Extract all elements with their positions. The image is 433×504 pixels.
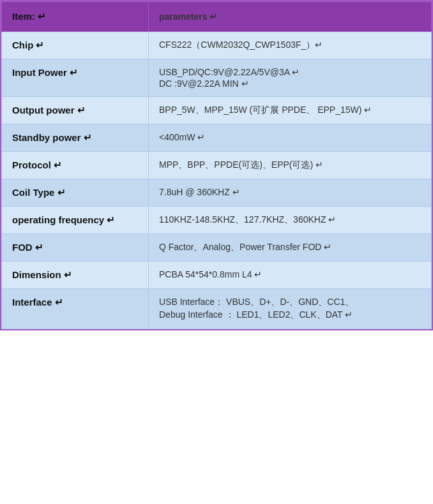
param-line: USB Interface： VBUS、D+、D-、GND、CC1、 [159, 297, 421, 308]
item-cell: Standby power ↵ [2, 124, 149, 152]
param-line: USB_PD/QC:9V@2.22A/5V@3A ↵ [159, 67, 421, 77]
item-cell: Interface ↵ [2, 289, 149, 329]
table-row: Coil Type ↵7.8uH @ 360KHZ ↵ [2, 179, 432, 207]
param-line: Q Factor、Analog、Power Transfer FOD ↵ [159, 242, 421, 253]
param-line: BPP_5W、MPP_15W (可扩展 PPDE、 EPP_15W) ↵ [159, 105, 421, 116]
spec-table: Item: ↵ parameters ↵ Chip ↵CFS222（CWM203… [0, 0, 433, 330]
table-row: Standby power ↵<400mW ↵ [2, 124, 432, 152]
param-cell: 110KHZ-148.5KHZ、127.7KHZ、360KHZ ↵ [149, 207, 432, 234]
item-cell: Coil Type ↵ [2, 179, 149, 207]
param-cell: Q Factor、Analog、Power Transfer FOD ↵ [149, 234, 432, 262]
header-parameters: parameters ↵ [149, 2, 432, 32]
param-cell: CFS222（CWM2032Q_CWP1503F_）↵ [149, 32, 432, 59]
param-cell: <400mW ↵ [149, 124, 432, 152]
param-cell: MPP、BPP、PPDE(可选)、EPP(可选) ↵ [149, 152, 432, 179]
param-cell: BPP_5W、MPP_15W (可扩展 PPDE、 EPP_15W) ↵ [149, 97, 432, 124]
item-cell: Output power ↵ [2, 97, 149, 124]
table-row: operating frequency ↵110KHZ-148.5KHZ、127… [2, 207, 432, 234]
table-row: Chip ↵CFS222（CWM2032Q_CWP1503F_）↵ [2, 32, 432, 59]
param-line: Debug Interface ： LED1、LED2、CLK、DAT ↵ [159, 309, 421, 321]
table-row: Output power ↵BPP_5W、MPP_15W (可扩展 PPDE、 … [2, 97, 432, 124]
item-cell: FOD ↵ [2, 234, 149, 262]
item-cell: Protocol ↵ [2, 152, 149, 179]
param-line: MPP、BPP、PPDE(可选)、EPP(可选) ↵ [159, 159, 421, 171]
param-line: <400mW ↵ [159, 132, 421, 142]
item-cell: Dimension ↵ [2, 262, 149, 289]
param-line: 110KHZ-148.5KHZ、127.7KHZ、360KHZ ↵ [159, 214, 421, 226]
header-item: Item: ↵ [2, 2, 149, 32]
param-line: DC :9V@2.22A MIN ↵ [159, 78, 421, 89]
param-cell: USB_PD/QC:9V@2.22A/5V@3A ↵DC :9V@2.22A M… [149, 59, 432, 97]
table-row: Input Power ↵USB_PD/QC:9V@2.22A/5V@3A ↵D… [2, 59, 432, 97]
item-cell: Chip ↵ [2, 32, 149, 59]
table-row: Dimension ↵PCBA 54*54*0.8mm L4 ↵ [2, 262, 432, 289]
item-cell: operating frequency ↵ [2, 207, 149, 234]
param-cell: 7.8uH @ 360KHZ ↵ [149, 179, 432, 207]
table-row: Interface ↵USB Interface： VBUS、D+、D-、GND… [2, 289, 432, 329]
param-line: CFS222（CWM2032Q_CWP1503F_）↵ [159, 40, 421, 51]
param-cell: USB Interface： VBUS、D+、D-、GND、CC1、Debug … [149, 289, 432, 329]
item-cell: Input Power ↵ [2, 59, 149, 97]
param-line: 7.8uH @ 360KHZ ↵ [159, 187, 421, 197]
param-line: PCBA 54*54*0.8mm L4 ↵ [159, 269, 421, 279]
table-row: FOD ↵Q Factor、Analog、Power Transfer FOD … [2, 234, 432, 262]
param-cell: PCBA 54*54*0.8mm L4 ↵ [149, 262, 432, 289]
table-row: Protocol ↵MPP、BPP、PPDE(可选)、EPP(可选) ↵ [2, 152, 432, 179]
